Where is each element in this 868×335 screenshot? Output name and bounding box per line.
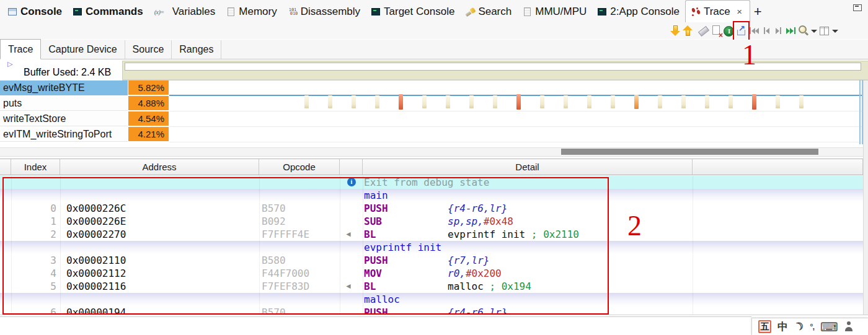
subtab-trace[interactable]: Trace — [0, 39, 41, 59]
timeline-tick — [752, 94, 756, 110]
trace-row[interactable]: main — [0, 189, 863, 202]
address-cell: 0x00000194 — [66, 306, 126, 315]
function-row-writetextstore[interactable]: writeTextStore — [0, 111, 128, 126]
function-row-puts[interactable]: puts — [0, 96, 128, 111]
group-function-name: main — [364, 189, 388, 202]
subtab-source[interactable]: Source — [125, 40, 172, 59]
column-header-blank[interactable] — [0, 159, 11, 175]
column-separator — [259, 176, 260, 315]
horizontal-scrollbar-thumb[interactable] — [561, 149, 818, 155]
tab-disassembly[interactable]: Disassembly — [283, 1, 366, 22]
tab-mmu-mpu[interactable]: MMU/MPU — [517, 1, 592, 22]
trace-row[interactable]: 60x00000194B570PUSH{r4-r6,lr} — [0, 306, 863, 315]
clear-trace-icon[interactable] — [698, 24, 710, 38]
tab-trace[interactable]: Trace× — [685, 0, 750, 22]
subtab-ranges[interactable]: Ranges — [172, 40, 221, 59]
find-menu-caret-icon[interactable] — [810, 24, 818, 38]
info-icon[interactable] — [723, 24, 735, 38]
tab-label: Console — [20, 6, 62, 18]
export-trace-icon[interactable] — [735, 24, 747, 38]
mnemonic: BL — [364, 280, 448, 293]
ime-fullwidth-moon-icon[interactable]: ☽ — [792, 319, 806, 334]
vertical-scrollbar[interactable] — [863, 80, 868, 315]
trace-timeline-chart — [169, 80, 863, 144]
ime-soft-keyboard-icon[interactable]: ⌨ — [820, 320, 838, 334]
divider — [0, 316, 751, 317]
ime-language-bar: 五中☽°,⌨ — [751, 318, 868, 335]
index-cell: 6 — [11, 306, 56, 315]
ime-wubi-indicator[interactable]: 五 — [758, 320, 771, 333]
close-icon[interactable]: × — [735, 6, 744, 17]
terminal-icon — [598, 7, 607, 16]
column-header-address[interactable]: Address — [60, 159, 259, 175]
operand-imm: #0x200 — [466, 268, 502, 279]
column-header-opcode[interactable]: Opcode — [259, 159, 340, 175]
trace-row[interactable]: 10x0000226EB092SUBsp,sp,#0x48 — [0, 215, 863, 228]
timeline-tick — [658, 95, 662, 108]
timeline-tick — [493, 95, 497, 108]
mnemonic: BL — [364, 228, 448, 241]
tab-commands[interactable]: Commands — [68, 1, 149, 22]
tab-2-app-console[interactable]: 2:App Console — [592, 1, 685, 22]
detail-cell: Exit from debug state — [364, 176, 489, 189]
view-menu-caret-icon[interactable] — [831, 24, 839, 38]
trace-row[interactable]: iExit from debug state — [0, 176, 863, 189]
move-down-icon[interactable] — [670, 24, 681, 38]
jump-to-end-icon[interactable] — [785, 24, 797, 38]
remove-capture-icon[interactable] — [711, 24, 722, 38]
tab-memory[interactable]: Memory — [221, 1, 282, 22]
jump-to-start-icon[interactable] — [748, 24, 760, 38]
timeline-tick — [799, 95, 804, 108]
trace-row[interactable]: malloc — [0, 293, 863, 306]
trace-row[interactable]: 30x00002110B580PUSH{r7,lr} — [0, 254, 863, 267]
new-tab-button[interactable]: + — [750, 4, 768, 22]
step-back-icon[interactable] — [760, 24, 772, 38]
function-row-evitm-writestringtoport[interactable]: evITM_writeStringToPort — [0, 127, 128, 142]
trace-table-body: iExit from debug statemain00x0000226CB57… — [0, 176, 863, 315]
step-forward-icon[interactable] — [773, 24, 784, 38]
trace-row[interactable]: 40x00002112F44F7000MOVr0,#0x200 — [0, 267, 863, 280]
operand-reg: {r4-r6,lr} — [448, 307, 507, 315]
tab-console[interactable]: Console — [2, 1, 68, 22]
find-icon[interactable] — [797, 24, 809, 38]
column-header-detail[interactable]: Detail — [363, 159, 693, 175]
trace-row[interactable]: 50x00002116F7FEF83D◄BLmalloc ; 0x194 — [0, 280, 863, 293]
timeline-overview-bar[interactable] — [125, 63, 861, 71]
function-percent: 4.21% — [128, 127, 169, 141]
timeline-tick — [446, 95, 450, 108]
columns-icon[interactable] — [818, 24, 830, 38]
ime-person-icon[interactable] — [844, 321, 853, 332]
function-percent: 5.82% — [128, 80, 169, 95]
divider — [0, 315, 868, 315]
ime-punctuation-mode[interactable]: °, — [810, 322, 814, 331]
subtab-capture-device[interactable]: Capture Device — [41, 40, 125, 59]
column-header-blank[interactable] — [340, 159, 363, 175]
timeline-tick — [587, 95, 591, 108]
operand-comment: ; 0x194 — [484, 281, 531, 292]
gridline — [169, 142, 863, 142]
opcode-cell: B092 — [262, 215, 286, 228]
buffer-used-label: Buffer Used: 2.4 KB — [24, 67, 111, 78]
tab-target-console[interactable]: Target Console — [366, 1, 460, 22]
ime-chinese-mode[interactable]: 中 — [777, 320, 788, 334]
trace-row[interactable]: 20x00002270F7FFFF4E◄BLevprintf init ; 0x… — [0, 228, 863, 241]
minimize-view-icon[interactable] — [853, 4, 862, 11]
timeline-header — [122, 61, 868, 80]
trace-row[interactable]: evprintf init — [0, 241, 863, 254]
opcode-cell: B570 — [262, 306, 286, 315]
index-cell: 4 — [11, 267, 56, 280]
trace-row[interactable]: 00x0000226CB570PUSH{r4-r6,lr} — [0, 202, 863, 215]
operand-plain: evprintf init — [448, 228, 525, 240]
memory-icon — [523, 7, 532, 16]
column-header-index[interactable]: Index — [11, 159, 60, 175]
detail-cell: PUSH{r4-r6,lr} — [364, 202, 507, 215]
tab-variables[interactable]: Variables — [149, 1, 221, 22]
move-up-icon[interactable] — [682, 24, 694, 38]
timeline-tick — [681, 95, 686, 108]
tab-search[interactable]: Search — [460, 1, 517, 22]
horizontal-scrollbar[interactable] — [0, 147, 863, 157]
column-header-blank[interactable] — [693, 159, 863, 175]
expand-arrow-icon[interactable]: ▷ — [7, 60, 12, 68]
index-cell: 1 — [11, 215, 56, 228]
function-row-evmsg-writebyte[interactable]: evMsg_writeBYTE — [0, 80, 128, 95]
